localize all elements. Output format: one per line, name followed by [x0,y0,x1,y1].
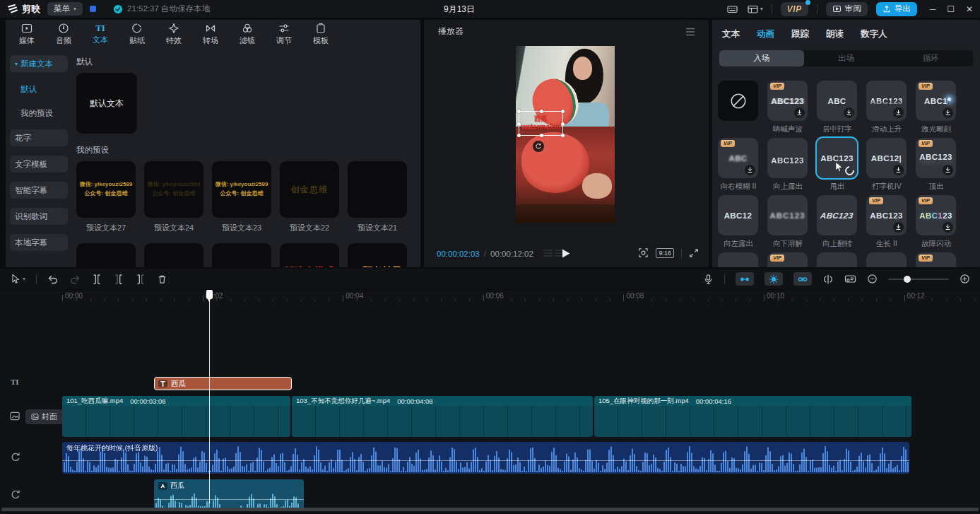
download-icon[interactable] [943,222,953,233]
tab-text-props[interactable]: 文本 [722,28,740,40]
animation-card[interactable]: ABC [817,81,857,121]
animation-item[interactable]: ABC12向左露出 [718,195,758,249]
sidebar-item-auto-captions[interactable]: 智能字幕 [10,182,68,199]
sidebar-item-lyrics-recognition[interactable]: 识别歌词 [10,208,68,225]
aspect-ratio-button[interactable]: 9:16 [656,248,674,258]
preset-thumbnail[interactable]: 一颗老柚子 [348,243,407,267]
auto-snap-toggle[interactable] [764,272,783,286]
cover-button[interactable]: 封面 [25,409,63,424]
timeline-zoom-slider[interactable] [888,279,949,280]
video-preview[interactable]: 西瓜 watermelon [516,46,615,223]
selection-handle[interactable] [540,110,543,113]
sidebar-item-fancy-text[interactable]: 花字 [10,129,68,146]
record-voiceover-button[interactable] [703,274,714,285]
subtab-out[interactable]: 出场 [804,50,889,66]
preset-thumbnail[interactable]: 微信: yikeyouzi2589 公众号: 创金思维 [144,161,203,218]
zoom-in-icon[interactable] [960,274,970,284]
preset-card[interactable]: 创金思维预设文本22 [280,161,339,233]
adapt-timeline-icon[interactable] [844,274,856,284]
animation-card[interactable]: ABC123VIP [916,138,956,178]
tab-transition[interactable]: 转场 [192,23,229,46]
shortcut-keyboard-icon[interactable] [726,4,738,15]
tab-media[interactable]: 媒体 [8,23,45,46]
tab-animation[interactable]: 动画 [757,28,774,40]
download-icon[interactable] [794,107,805,118]
preset-card[interactable] [212,243,271,267]
preset-card[interactable] [144,243,203,267]
tab-tracking[interactable]: 跟踪 [791,28,809,40]
tab-filter[interactable]: 滤镜 [229,23,266,46]
preset-thumbnail[interactable]: 解这个模式 [280,243,339,267]
subtab-loop[interactable]: 循环 [888,50,973,66]
select-tool[interactable]: ▾ [10,274,25,285]
preset-card[interactable]: 一颗老柚子 [348,243,407,267]
sidebar-group-new-text[interactable]: ▾新建文本 [10,55,68,72]
tab-audio[interactable]: 音频 [45,23,82,46]
preset-thumbnail[interactable] [348,161,407,218]
menu-button[interactable]: 菜单▾ [47,2,83,16]
delete-right-tool[interactable] [135,274,146,285]
redo-button[interactable] [69,274,81,285]
delete-button[interactable] [157,274,167,285]
undo-button[interactable] [47,274,59,285]
default-text-card[interactable]: 默认文本 [76,73,137,134]
selection-handle[interactable] [561,110,565,113]
animation-item[interactable] [817,252,857,267]
preset-thumbnail[interactable]: 微信: yikeyouzi2589 公众号: 创金思维 [212,161,271,218]
tab-text-to-speech[interactable]: 朗读 [826,28,844,40]
animation-item[interactable]: ABC1VIP激光雕刻 [916,81,956,134]
selection-handle[interactable] [561,134,565,137]
tab-digital-human[interactable]: 数字人 [861,28,887,40]
preset-thumbnail[interactable] [76,243,136,267]
animation-item[interactable]: ABC123向上翻转 [817,195,857,249]
animation-card[interactable]: ABCVIP [718,138,758,178]
animation-item[interactable] [866,252,907,267]
sidebar-item-default[interactable]: 默认 [16,82,68,96]
animation-item[interactable]: ABC123向上露出 [767,138,808,192]
selection-handle[interactable] [517,122,521,126]
vip-button[interactable]: VIP [781,2,808,16]
animation-card[interactable]: ABC123VIP [866,195,907,235]
download-icon[interactable] [745,165,755,175]
preset-card[interactable]: 解这个模式 [280,243,339,267]
animation-card[interactable]: ABC123 [817,195,857,235]
preset-card[interactable]: 微信: yikeyouzi2589 公众号: 创金思维预设文本24 [144,161,203,233]
download-icon[interactable] [893,165,904,175]
player-menu-icon[interactable] [685,27,696,37]
delete-left-tool[interactable] [113,274,124,285]
preset-card[interactable]: 预设文本21 [348,161,407,233]
animation-item[interactable]: ABC居中打字 [817,81,857,134]
preview-quality-icon[interactable] [638,247,649,258]
animation-card[interactable]: ABC12| [866,138,907,178]
preset-card[interactable] [76,243,136,267]
animation-card[interactable]: ABC123 [767,195,808,235]
audio-clip-music[interactable]: 每年桃花开的时候 (抖音原版) [62,442,909,474]
preset-thumbnail[interactable]: 创金思维 [280,161,339,218]
animation-item[interactable]: VIP [916,252,956,267]
preview-axis-toggle[interactable] [822,274,834,285]
selection-handle[interactable] [517,110,521,113]
animation-card[interactable] [817,252,857,267]
download-icon[interactable] [893,107,904,118]
animation-item[interactable]: ABC123VIP顶出 [916,138,956,192]
animation-item[interactable]: ABC123VIP生长 II [866,195,907,249]
animation-item[interactable]: ABC123滑动上升 [866,81,907,134]
tab-sticker[interactable]: 贴纸 [119,23,155,46]
selection-handle[interactable] [561,122,565,126]
animation-card[interactable]: ABC123 [767,138,808,178]
playhead[interactable] [206,290,213,503]
text-overlay-selection[interactable]: 西瓜 watermelon [519,111,563,136]
animation-item[interactable] [718,252,758,267]
download-icon[interactable] [893,222,904,233]
animation-card[interactable] [866,252,907,267]
preset-thumbnail[interactable] [144,243,203,267]
play-button[interactable] [561,248,571,259]
timeline-scrollbar[interactable] [1,508,979,511]
video-clip-1[interactable]: 101_吃西瓜嘛.mp400:00:03:08 [62,396,290,437]
sidebar-item-text-template[interactable]: 文字模板 [10,156,68,173]
tab-text[interactable]: TI文本 [82,23,119,45]
video-clip-3[interactable]: 105_在眼神对视的那一刻.mp400:00:04:16 [594,396,911,437]
layout-switch-icon[interactable]: ▾ [747,4,763,15]
timeline-ruler[interactable]: 00:0000:0200:0400:0600:0800:1000:12 [0,289,980,304]
maximize-button[interactable]: ☐ [947,4,955,14]
